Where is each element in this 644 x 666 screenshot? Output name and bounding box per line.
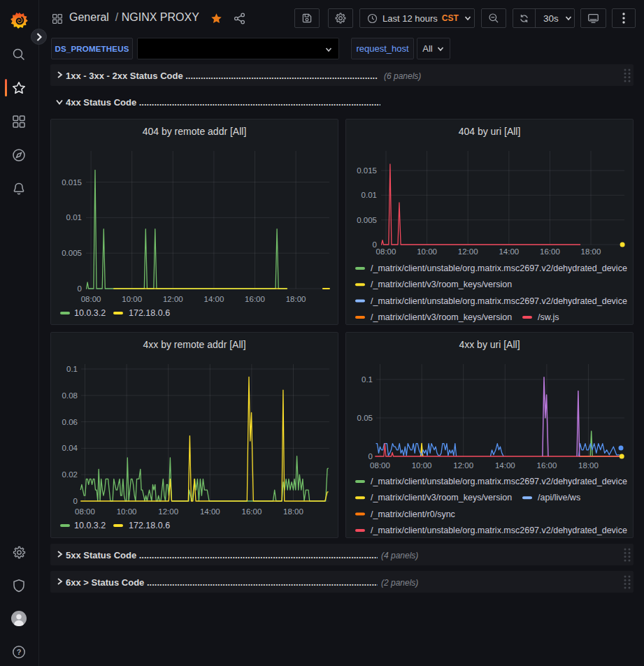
svg-text:/_matrix/client/unstable/org.m: /_matrix/client/unstable/org.matrix.msc2… <box>371 263 627 273</box>
svg-text:/_matrix/client/v3/room_keys/v: /_matrix/client/v3/room_keys/version <box>371 280 512 289</box>
svg-text:12:00: 12:00 <box>158 507 178 516</box>
svg-text:08:00: 08:00 <box>376 247 396 256</box>
svg-text:0: 0 <box>73 497 78 505</box>
svg-text:14:00: 14:00 <box>204 295 224 303</box>
svg-text:0.05: 0.05 <box>357 414 373 422</box>
svg-text:16:00: 16:00 <box>242 507 262 516</box>
svg-text:18:00: 18:00 <box>578 461 599 470</box>
svg-text:/_matrix/client/v3/room_keys/v: /_matrix/client/v3/room_keys/version <box>371 312 512 322</box>
svg-text:?: ? <box>17 648 22 656</box>
svg-text:0.01: 0.01 <box>362 191 377 199</box>
svg-text:/_matrix/client/unstable/org.m: /_matrix/client/unstable/org.matrix.msc2… <box>371 296 627 306</box>
svg-text:0.005: 0.005 <box>62 249 82 257</box>
svg-text:/_matrix/client/v3/room_keys/v: /_matrix/client/v3/room_keys/version <box>371 493 512 502</box>
svg-text:172.18.0.6: 172.18.0.6 <box>129 521 170 530</box>
svg-text:10:00: 10:00 <box>122 295 142 303</box>
svg-text:16:00: 16:00 <box>537 461 557 470</box>
svg-text:10:00: 10:00 <box>417 247 437 256</box>
svg-text:14:00: 14:00 <box>495 461 515 470</box>
svg-text:18:00: 18:00 <box>283 507 303 516</box>
svg-text:/_matrix/client/r0/sync: /_matrix/client/r0/sync <box>371 509 455 519</box>
svg-text:0.06: 0.06 <box>62 418 78 426</box>
svg-text:10:00: 10:00 <box>117 507 137 516</box>
svg-text:4xx by uri [All]: 4xx by uri [All] <box>459 339 520 350</box>
svg-text:18:00: 18:00 <box>286 295 306 303</box>
svg-text:14:00: 14:00 <box>499 247 519 256</box>
svg-text:404 by remote addr [All]: 404 by remote addr [All] <box>143 126 247 137</box>
svg-text:08:00: 08:00 <box>75 507 95 516</box>
svg-text:/_matrix/client/unstable/org.m: /_matrix/client/unstable/org.matrix.msc2… <box>371 526 627 535</box>
svg-text:0: 0 <box>78 284 82 293</box>
svg-text:16:00: 16:00 <box>540 247 560 256</box>
svg-text:08:00: 08:00 <box>81 295 101 303</box>
svg-text:/sw.js: /sw.js <box>538 312 559 322</box>
svg-text:404 by uri [All]: 404 by uri [All] <box>459 126 521 137</box>
svg-text:0: 0 <box>368 452 373 461</box>
svg-text:0.015: 0.015 <box>62 178 82 187</box>
svg-text:16:00: 16:00 <box>245 295 265 303</box>
svg-text:10.0.3.2: 10.0.3.2 <box>74 521 106 530</box>
svg-text:/api/live/ws: /api/live/ws <box>538 493 580 502</box>
svg-text:0.02: 0.02 <box>62 470 78 479</box>
svg-text:18:00: 18:00 <box>581 247 601 256</box>
svg-text:0.08: 0.08 <box>62 391 78 400</box>
svg-text:0.1: 0.1 <box>66 365 78 373</box>
svg-text:0.04: 0.04 <box>62 444 78 452</box>
svg-text:0.1: 0.1 <box>362 375 373 384</box>
svg-text:10:00: 10:00 <box>412 461 432 470</box>
svg-text:12:00: 12:00 <box>458 247 478 256</box>
svg-text:4xx by remote addr [All]: 4xx by remote addr [All] <box>143 339 245 350</box>
svg-text:/_matrix/client/unstable/org.m: /_matrix/client/unstable/org.matrix.msc2… <box>371 477 627 486</box>
svg-text:12:00: 12:00 <box>163 295 183 303</box>
svg-text:172.18.0.6: 172.18.0.6 <box>129 308 170 318</box>
svg-text:0.015: 0.015 <box>357 166 377 175</box>
svg-text:0.005: 0.005 <box>357 216 377 224</box>
svg-text:10.0.3.2: 10.0.3.2 <box>74 308 106 318</box>
svg-text:12:00: 12:00 <box>453 461 473 470</box>
svg-text:08:00: 08:00 <box>370 461 390 470</box>
svg-text:14:00: 14:00 <box>200 507 220 516</box>
svg-text:0.01: 0.01 <box>66 213 82 222</box>
